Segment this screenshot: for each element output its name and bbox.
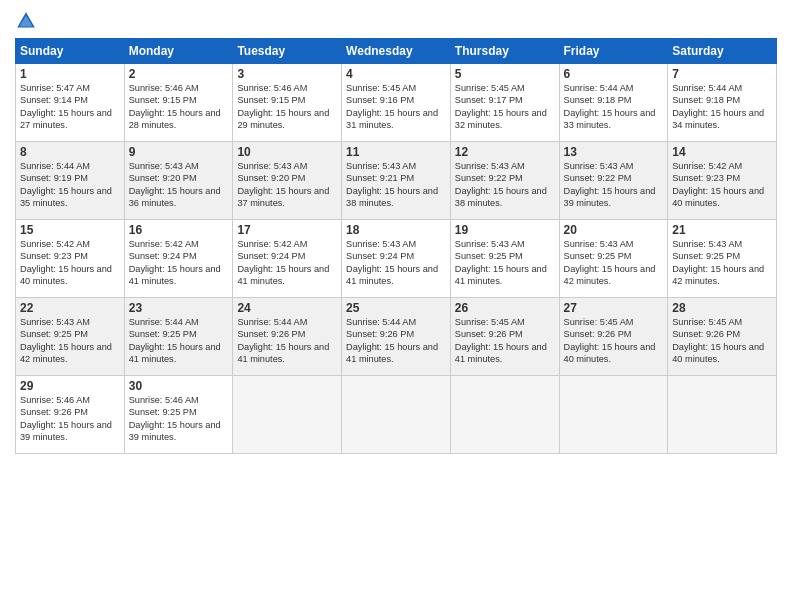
sunrise-label: Sunrise: 5:46 AM [237,83,307,93]
daylight-label: Daylight: 15 hours and 29 minutes. [237,108,329,130]
day-info: Sunrise: 5:42 AM Sunset: 9:24 PM Dayligh… [129,238,229,288]
sunrise-label: Sunrise: 5:43 AM [346,239,416,249]
day-info: Sunrise: 5:45 AM Sunset: 9:16 PM Dayligh… [346,82,446,132]
table-row [342,376,451,454]
daylight-label: Daylight: 15 hours and 33 minutes. [564,108,656,130]
sunset-label: Sunset: 9:26 PM [672,329,740,339]
sunset-label: Sunset: 9:26 PM [346,329,414,339]
day-info: Sunrise: 5:45 AM Sunset: 9:26 PM Dayligh… [455,316,555,366]
sunset-label: Sunset: 9:24 PM [346,251,414,261]
daylight-label: Daylight: 15 hours and 27 minutes. [20,108,112,130]
sunset-label: Sunset: 9:24 PM [129,251,197,261]
day-number: 4 [346,67,446,81]
table-row [559,376,668,454]
table-row: 3 Sunrise: 5:46 AM Sunset: 9:15 PM Dayli… [233,64,342,142]
day-number: 22 [20,301,120,315]
daylight-label: Daylight: 15 hours and 40 minutes. [20,264,112,286]
day-number: 12 [455,145,555,159]
day-info: Sunrise: 5:43 AM Sunset: 9:20 PM Dayligh… [237,160,337,210]
day-info: Sunrise: 5:43 AM Sunset: 9:22 PM Dayligh… [564,160,664,210]
sunrise-label: Sunrise: 5:43 AM [672,239,742,249]
table-row: 14 Sunrise: 5:42 AM Sunset: 9:23 PM Dayl… [668,142,777,220]
sunrise-label: Sunrise: 5:43 AM [455,161,525,171]
daylight-label: Daylight: 15 hours and 41 minutes. [455,342,547,364]
day-info: Sunrise: 5:47 AM Sunset: 9:14 PM Dayligh… [20,82,120,132]
daylight-label: Daylight: 15 hours and 31 minutes. [346,108,438,130]
day-number: 21 [672,223,772,237]
sunset-label: Sunset: 9:23 PM [672,173,740,183]
table-row: 12 Sunrise: 5:43 AM Sunset: 9:22 PM Dayl… [450,142,559,220]
table-row: 17 Sunrise: 5:42 AM Sunset: 9:24 PM Dayl… [233,220,342,298]
day-number: 6 [564,67,664,81]
day-number: 7 [672,67,772,81]
daylight-label: Daylight: 15 hours and 41 minutes. [129,264,221,286]
day-number: 1 [20,67,120,81]
sunset-label: Sunset: 9:16 PM [346,95,414,105]
table-row: 18 Sunrise: 5:43 AM Sunset: 9:24 PM Dayl… [342,220,451,298]
header-monday: Monday [124,39,233,64]
day-number: 5 [455,67,555,81]
table-row: 21 Sunrise: 5:43 AM Sunset: 9:25 PM Dayl… [668,220,777,298]
daylight-label: Daylight: 15 hours and 41 minutes. [237,264,329,286]
sunset-label: Sunset: 9:18 PM [672,95,740,105]
day-info: Sunrise: 5:43 AM Sunset: 9:25 PM Dayligh… [20,316,120,366]
sunrise-label: Sunrise: 5:44 AM [672,83,742,93]
table-row: 9 Sunrise: 5:43 AM Sunset: 9:20 PM Dayli… [124,142,233,220]
day-number: 16 [129,223,229,237]
daylight-label: Daylight: 15 hours and 41 minutes. [237,342,329,364]
sunset-label: Sunset: 9:26 PM [564,329,632,339]
day-number: 27 [564,301,664,315]
day-info: Sunrise: 5:44 AM Sunset: 9:25 PM Dayligh… [129,316,229,366]
sunset-label: Sunset: 9:25 PM [129,329,197,339]
day-number: 29 [20,379,120,393]
table-row: 15 Sunrise: 5:42 AM Sunset: 9:23 PM Dayl… [16,220,125,298]
day-info: Sunrise: 5:43 AM Sunset: 9:24 PM Dayligh… [346,238,446,288]
day-info: Sunrise: 5:42 AM Sunset: 9:24 PM Dayligh… [237,238,337,288]
table-row: 20 Sunrise: 5:43 AM Sunset: 9:25 PM Dayl… [559,220,668,298]
sunrise-label: Sunrise: 5:44 AM [237,317,307,327]
sunset-label: Sunset: 9:25 PM [672,251,740,261]
day-info: Sunrise: 5:44 AM Sunset: 9:18 PM Dayligh… [672,82,772,132]
daylight-label: Daylight: 15 hours and 39 minutes. [564,186,656,208]
sunrise-label: Sunrise: 5:44 AM [20,161,90,171]
sunrise-label: Sunrise: 5:46 AM [129,83,199,93]
table-row: 22 Sunrise: 5:43 AM Sunset: 9:25 PM Dayl… [16,298,125,376]
sunrise-label: Sunrise: 5:42 AM [129,239,199,249]
header-wednesday: Wednesday [342,39,451,64]
table-row: 8 Sunrise: 5:44 AM Sunset: 9:19 PM Dayli… [16,142,125,220]
day-info: Sunrise: 5:42 AM Sunset: 9:23 PM Dayligh… [672,160,772,210]
sunset-label: Sunset: 9:20 PM [129,173,197,183]
daylight-label: Daylight: 15 hours and 39 minutes. [129,420,221,442]
sunrise-label: Sunrise: 5:45 AM [455,83,525,93]
day-info: Sunrise: 5:44 AM Sunset: 9:19 PM Dayligh… [20,160,120,210]
day-number: 20 [564,223,664,237]
sunrise-label: Sunrise: 5:45 AM [346,83,416,93]
table-row [233,376,342,454]
day-number: 8 [20,145,120,159]
day-info: Sunrise: 5:43 AM Sunset: 9:21 PM Dayligh… [346,160,446,210]
day-info: Sunrise: 5:46 AM Sunset: 9:15 PM Dayligh… [237,82,337,132]
day-number: 2 [129,67,229,81]
daylight-label: Daylight: 15 hours and 38 minutes. [455,186,547,208]
sunset-label: Sunset: 9:15 PM [129,95,197,105]
table-row: 28 Sunrise: 5:45 AM Sunset: 9:26 PM Dayl… [668,298,777,376]
sunset-label: Sunset: 9:22 PM [455,173,523,183]
sunrise-label: Sunrise: 5:42 AM [20,239,90,249]
table-row: 1 Sunrise: 5:47 AM Sunset: 9:14 PM Dayli… [16,64,125,142]
day-number: 28 [672,301,772,315]
table-row: 25 Sunrise: 5:44 AM Sunset: 9:26 PM Dayl… [342,298,451,376]
sunset-label: Sunset: 9:25 PM [455,251,523,261]
table-row: 27 Sunrise: 5:45 AM Sunset: 9:26 PM Dayl… [559,298,668,376]
sunrise-label: Sunrise: 5:46 AM [20,395,90,405]
table-row: 10 Sunrise: 5:43 AM Sunset: 9:20 PM Dayl… [233,142,342,220]
day-number: 23 [129,301,229,315]
daylight-label: Daylight: 15 hours and 36 minutes. [129,186,221,208]
table-row: 29 Sunrise: 5:46 AM Sunset: 9:26 PM Dayl… [16,376,125,454]
table-row: 24 Sunrise: 5:44 AM Sunset: 9:26 PM Dayl… [233,298,342,376]
day-info: Sunrise: 5:42 AM Sunset: 9:23 PM Dayligh… [20,238,120,288]
header-friday: Friday [559,39,668,64]
day-number: 19 [455,223,555,237]
sunset-label: Sunset: 9:19 PM [20,173,88,183]
day-number: 10 [237,145,337,159]
day-number: 24 [237,301,337,315]
